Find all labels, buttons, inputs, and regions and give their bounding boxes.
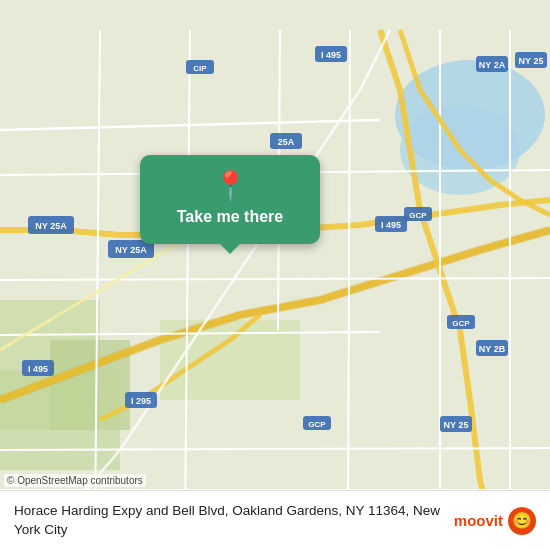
moovit-logo: moovit 😊 (454, 507, 536, 535)
svg-line-13 (185, 30, 190, 520)
svg-line-8 (0, 278, 550, 280)
svg-text:I 295: I 295 (131, 396, 151, 406)
moovit-smiley-icon: 😊 (508, 507, 536, 535)
svg-text:I 495: I 495 (321, 50, 341, 60)
svg-text:I 495: I 495 (28, 364, 48, 374)
moovit-text: moovit (454, 512, 503, 529)
map-roads-svg: NY 25A NY 25A 25A NY 25 I 495 I 495 I 29… (0, 0, 550, 550)
svg-text:NY 25: NY 25 (519, 56, 544, 66)
bottom-bar: Horace Harding Expy and Bell Blvd, Oakla… (0, 490, 550, 550)
svg-text:NY 25A: NY 25A (115, 245, 147, 255)
svg-text:GCP: GCP (452, 319, 470, 328)
svg-text:NY 2A: NY 2A (479, 60, 506, 70)
svg-text:NY 25A: NY 25A (35, 221, 67, 231)
svg-text:NY 25: NY 25 (444, 420, 469, 430)
svg-text:GCP: GCP (409, 211, 427, 220)
callout-bubble[interactable]: 📍 Take me there (140, 155, 320, 244)
address-text: Horace Harding Expy and Bell Blvd, Oakla… (14, 502, 444, 540)
svg-text:25A: 25A (278, 137, 295, 147)
osm-attribution: © OpenStreetMap contributors (4, 474, 146, 487)
callout-label: Take me there (177, 208, 283, 225)
map-container: NY 25A NY 25A 25A NY 25 I 495 I 495 I 29… (0, 0, 550, 550)
svg-text:CIP: CIP (193, 64, 207, 73)
svg-text:GCP: GCP (308, 420, 326, 429)
svg-text:NY 2B: NY 2B (479, 344, 506, 354)
svg-text:I 495: I 495 (381, 220, 401, 230)
location-pin-icon: 📍 (160, 169, 300, 202)
